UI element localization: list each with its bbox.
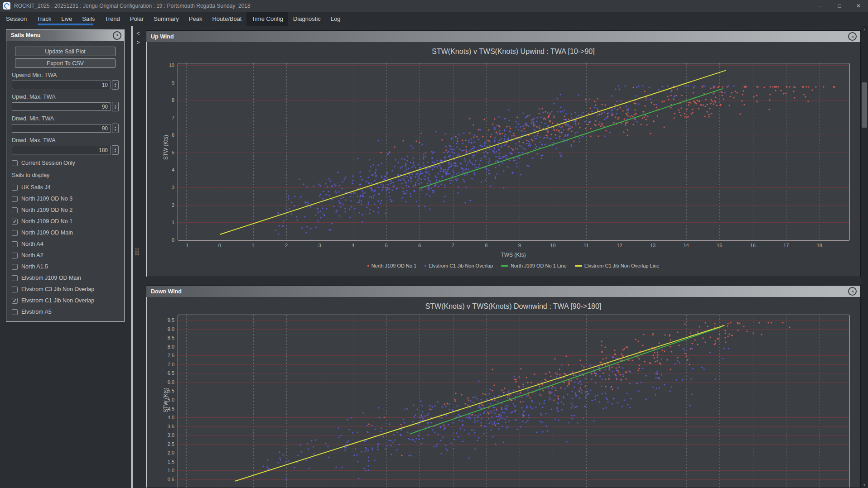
tab-trend[interactable]: Trend — [100, 12, 125, 26]
expand-right-icon[interactable]: > — [135, 39, 142, 46]
splitter-grip-icon[interactable]: ⣿ — [135, 248, 140, 255]
checkbox-unchecked[interactable] — [12, 185, 18, 191]
spinner-down-icon[interactable]: ▼ — [114, 85, 117, 88]
spinner-down-icon[interactable]: ▼ — [114, 150, 117, 153]
field-input-0[interactable] — [12, 81, 111, 89]
sail-checkbox-8[interactable]: Elvstrom J109 OD Main — [12, 275, 119, 281]
checkbox-checked[interactable]: ✓ — [12, 298, 18, 304]
y-gridline — [178, 338, 849, 338]
scrollbar-thumb[interactable] — [862, 82, 867, 128]
spinner-down-icon[interactable]: ▼ — [114, 107, 117, 110]
data-point — [634, 109, 636, 110]
splitter-bar[interactable] — [131, 26, 133, 488]
sail-checkbox-7[interactable]: North A1.5 — [12, 263, 119, 270]
field-spinner-2[interactable]: ▲▼ — [112, 124, 119, 133]
sail-checkbox-4[interactable]: North J109 OD Main — [12, 230, 119, 236]
data-point — [770, 94, 771, 95]
collapse-panel-icon[interactable]: « — [113, 31, 121, 40]
upwind-collapse-icon[interactable]: « — [848, 32, 857, 41]
sail-checkbox-0[interactable]: UK Sails J4 — [12, 184, 119, 191]
data-point — [709, 114, 710, 115]
data-point — [644, 105, 646, 107]
checkbox-unchecked[interactable] — [12, 230, 18, 236]
data-point — [428, 422, 429, 424]
tab-session[interactable]: Session — [1, 12, 32, 26]
tab-route-boat[interactable]: Route/Boat — [207, 12, 246, 26]
data-point — [478, 129, 479, 130]
sail-checkbox-9[interactable]: Elvstrom C3 Jib Non Overlap — [12, 286, 119, 292]
checkbox-unchecked[interactable] — [12, 275, 18, 281]
scroll-down-icon[interactable]: ▼ — [861, 482, 868, 488]
tab-log[interactable]: Log — [326, 12, 346, 26]
checkbox-checked[interactable]: ✓ — [12, 219, 18, 225]
data-point — [560, 94, 561, 95]
checkbox-unchecked[interactable] — [12, 287, 18, 292]
sail-checkbox-1[interactable]: North J109 OD No 3 — [12, 196, 119, 202]
field-spinner-0[interactable]: ▲▼ — [112, 80, 119, 90]
data-point — [786, 86, 787, 88]
data-point — [494, 153, 495, 154]
data-point — [585, 99, 586, 100]
scroll-up-icon[interactable]: ▲ — [861, 26, 868, 32]
field-spinner-3[interactable]: ▲▼ — [112, 145, 119, 155]
data-point — [753, 332, 754, 334]
downwind-collapse-icon[interactable]: « — [848, 287, 857, 296]
data-point — [358, 478, 359, 479]
data-point — [635, 339, 636, 340]
export-to-csv-button[interactable]: Export To CSV — [15, 58, 116, 68]
sail-checkbox-11[interactable]: Elvstrom A5 — [12, 309, 119, 315]
checkbox-unchecked[interactable] — [12, 309, 18, 315]
data-point — [611, 403, 612, 405]
data-point — [365, 450, 366, 452]
field-input-1[interactable] — [12, 102, 111, 111]
data-point — [615, 89, 616, 90]
data-point — [661, 358, 662, 359]
data-point — [415, 167, 416, 168]
checkbox-unchecked[interactable] — [12, 253, 18, 258]
vertical-scrollbar[interactable]: ▲ ▼ — [861, 26, 868, 488]
sail-checkbox-5[interactable]: North A4 — [12, 241, 119, 247]
data-point — [557, 411, 559, 412]
sail-checkbox-6[interactable]: North A2 — [12, 252, 119, 258]
data-point — [499, 130, 501, 132]
field-spinner-1[interactable]: ▲▼ — [112, 102, 119, 111]
data-point — [360, 195, 361, 196]
tab-polar[interactable]: Polar — [125, 12, 149, 26]
minimize-button[interactable]: – — [811, 0, 830, 12]
data-point — [670, 351, 672, 353]
tab-time-config[interactable]: Time Config — [246, 12, 288, 26]
field-input-2[interactable] — [12, 124, 111, 133]
checkbox-unchecked[interactable] — [12, 207, 18, 213]
data-point — [595, 375, 596, 377]
data-point — [692, 109, 694, 110]
checkbox-unchecked[interactable] — [12, 196, 18, 202]
field-input-3[interactable] — [12, 146, 111, 154]
data-point — [595, 399, 596, 400]
data-point — [463, 150, 464, 151]
tab-peak[interactable]: Peak — [184, 12, 207, 26]
update-sail-plot-button[interactable]: Update Sail Plot — [15, 47, 116, 56]
close-button[interactable]: ✕ — [849, 0, 868, 12]
data-point — [646, 124, 648, 126]
data-point — [410, 162, 411, 163]
maximize-button[interactable]: □ — [830, 0, 849, 12]
tab-summary[interactable]: Summary — [149, 12, 184, 26]
sail-checkbox-10[interactable]: ✓Elvstrom C1 Jib Non Overlap — [12, 297, 119, 304]
current-session-only-checkbox[interactable]: Current Session Only — [12, 160, 119, 166]
data-point — [630, 371, 632, 373]
spinner-down-icon[interactable]: ▼ — [114, 129, 117, 131]
checkbox-unchecked[interactable] — [12, 264, 18, 270]
data-point — [441, 417, 443, 418]
checkbox-unchecked[interactable] — [12, 160, 18, 166]
data-point — [463, 181, 465, 182]
sail-checkbox-3[interactable]: ✓North J109 OD No 1 — [12, 218, 119, 225]
data-point — [555, 359, 556, 360]
data-point — [518, 129, 519, 130]
data-point — [427, 183, 429, 184]
data-point — [457, 146, 458, 148]
tab-diagnostic[interactable]: Diagnostic — [288, 12, 326, 26]
sail-checkbox-2[interactable]: North J109 OD No 2 — [12, 207, 119, 213]
collapse-left-icon[interactable]: < — [135, 30, 142, 37]
data-point — [730, 322, 731, 323]
checkbox-unchecked[interactable] — [12, 241, 18, 247]
